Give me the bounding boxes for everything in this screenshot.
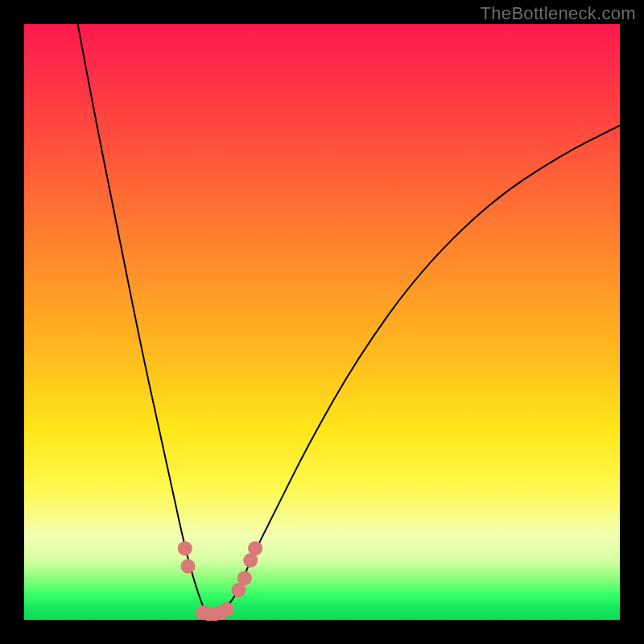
marker-dot xyxy=(237,571,252,585)
marker-dot xyxy=(220,602,234,617)
chart-frame: TheBottleneck.com xyxy=(0,0,644,644)
marker-dot xyxy=(181,559,196,573)
marker-dot xyxy=(178,541,192,555)
watermark-text: TheBottleneck.com xyxy=(481,3,636,24)
curve-layer xyxy=(24,24,620,620)
optimal-range-markers xyxy=(178,541,262,621)
bottleneck-curve xyxy=(78,24,620,614)
plot-area xyxy=(24,24,620,620)
marker-dot xyxy=(248,541,262,555)
